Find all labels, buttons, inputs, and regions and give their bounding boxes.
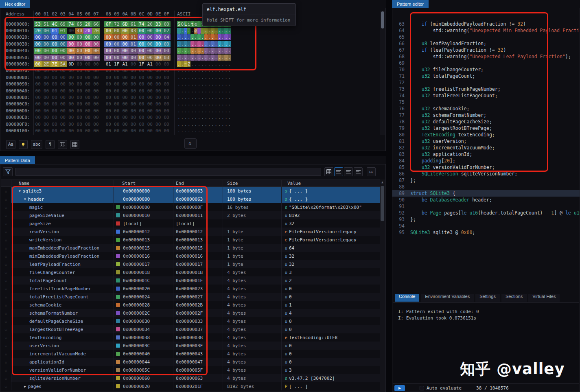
hex-byte[interactable]: 00 [59, 121, 67, 127]
pattern-row-incrementalVacuumMode[interactable]: incrementalVacuumMode0x000000400x0000004… [1, 350, 380, 358]
ascii-char[interactable]: . [181, 68, 184, 74]
pattern-editor-tab[interactable]: Pattern editor [392, 0, 429, 8]
ascii-char[interactable]: . [228, 121, 231, 127]
ascii-char[interactable]: . [214, 81, 218, 87]
ascii-char[interactable]: . [224, 68, 228, 74]
ascii-char[interactable]: . [187, 94, 190, 101]
ascii-char[interactable]: . [208, 114, 211, 120]
hex-byte[interactable]: 00 [34, 74, 42, 81]
hex-byte[interactable]: 00 [67, 74, 75, 81]
ascii-char[interactable]: . [197, 74, 201, 81]
ascii-char[interactable]: . [218, 34, 221, 40]
hex-byte[interactable]: 00 [83, 94, 92, 101]
hex-byte[interactable]: 00 [75, 128, 83, 134]
hex-byte[interactable]: 00 [92, 55, 100, 61]
ascii-char[interactable]: . [181, 101, 184, 107]
ascii-char[interactable]: . [221, 48, 224, 54]
hex-byte[interactable]: 00 [104, 74, 112, 81]
ascii-char[interactable]: . [201, 114, 204, 120]
pattern-row-maxEmbeddedPayloadFraction[interactable]: maxEmbeddedPayloadFraction0x000000150x00… [1, 244, 380, 252]
hex-byte[interactable]: 00 [154, 108, 162, 114]
hex-byte[interactable]: 00 [50, 81, 59, 87]
ascii-char[interactable]: . [190, 34, 194, 40]
hex-byte[interactable]: 00 [104, 81, 112, 87]
hex-byte[interactable]: 00 [83, 48, 92, 54]
ascii-char[interactable]: . [194, 74, 197, 81]
ascii-char[interactable]: . [190, 94, 194, 101]
hex-byte[interactable]: 00 [154, 114, 162, 120]
code-line-80[interactable]: 80 TextEncoding textEncoding; [392, 131, 580, 138]
hex-byte[interactable]: 00 [67, 68, 75, 74]
pattern-row-totalFreeListPageCount[interactable]: totalFreeListPageCount0x000000240x000000… [1, 293, 380, 301]
hex-byte[interactable]: 00 [154, 128, 162, 134]
hex-byte[interactable]: 00 [92, 88, 100, 94]
ascii-char[interactable]: . [208, 94, 211, 101]
hex-byte[interactable]: 00 [92, 101, 100, 107]
ascii-char[interactable]: . [187, 48, 190, 54]
hex-byte[interactable]: 00 [121, 108, 129, 114]
ascii-char[interactable]: . [204, 128, 208, 134]
hex-byte[interactable]: 00 [59, 108, 67, 114]
hex-byte[interactable]: 00 [129, 108, 137, 114]
ascii-char[interactable]: . [218, 48, 221, 54]
hex-byte[interactable]: 00 [104, 108, 112, 114]
ascii-char[interactable]: . [211, 81, 214, 87]
ascii-char[interactable]: . [181, 81, 184, 87]
hex-byte[interactable]: 00 [113, 55, 121, 61]
hex-byte[interactable]: 00 [129, 68, 137, 74]
ascii-char[interactable]: . [184, 88, 187, 94]
code-line-88[interactable]: 88 [392, 184, 580, 190]
ascii-char[interactable]: . [228, 94, 231, 101]
tab-environment-variables[interactable]: Environment Variables [421, 294, 474, 302]
hex-byte[interactable]: 00 [162, 21, 171, 27]
hex-byte[interactable]: 03 [162, 55, 171, 61]
hex-byte[interactable]: 00 [75, 88, 83, 94]
hex-byte[interactable]: 00 [50, 41, 59, 47]
ascii-char[interactable]: . [177, 108, 180, 114]
ascii-char[interactable]: . [228, 88, 231, 94]
ascii-char[interactable]: . [211, 68, 214, 74]
pattern-data-tab[interactable]: Pattern Data [0, 156, 35, 164]
hex-byte[interactable]: 00 [104, 68, 112, 74]
hex-byte[interactable]: 00 [154, 81, 162, 87]
ascii-char[interactable]: . [177, 121, 180, 127]
ascii-char[interactable]: . [197, 34, 201, 40]
hex-byte[interactable]: 20 [83, 28, 92, 34]
ascii-char[interactable]: . [184, 108, 187, 114]
hex-byte[interactable]: 00 [146, 41, 154, 47]
hex-byte[interactable]: 00 [138, 128, 146, 134]
hex-byte[interactable]: 00 [121, 114, 129, 120]
ascii-char[interactable]: . [187, 88, 190, 94]
ascii-char[interactable]: . [224, 81, 228, 87]
ascii-char[interactable]: . [197, 94, 201, 101]
ascii-char[interactable]: . [224, 74, 228, 81]
hex-byte[interactable]: 00 [138, 101, 146, 107]
tab-virtual-files[interactable]: Virtual Files [528, 294, 560, 302]
ascii-char[interactable]: . [221, 61, 224, 67]
hex-byte[interactable]: 00 [75, 68, 83, 74]
ascii-char[interactable]: . [181, 41, 184, 47]
ascii-char[interactable]: . [208, 41, 211, 47]
code-line-68[interactable]: 68 std::warning("Unexpected Leaf Payload… [392, 53, 580, 60]
hex-byte[interactable]: 01 [104, 61, 112, 67]
byte-grouping-button[interactable] [70, 140, 79, 149]
hex-byte[interactable]: 00 [162, 81, 171, 87]
ascii-char[interactable]: . [214, 101, 218, 107]
hex-byte[interactable]: 00 [92, 34, 100, 40]
pattern-row-pageSize[interactable]: pageSize[Local][Local]u32 [1, 219, 380, 228]
code-line-77[interactable]: 77 u32 schemaFormatNumber; [392, 112, 580, 118]
ascii-char[interactable]: . [177, 41, 180, 47]
ascii-char[interactable]: . [181, 34, 184, 40]
ascii-char[interactable]: . [228, 68, 231, 74]
favorite-star-icon[interactable] [1, 342, 11, 350]
ascii-char[interactable]: . [187, 101, 190, 107]
ascii-char[interactable]: . [218, 28, 221, 34]
ascii-char[interactable]: . [190, 101, 194, 107]
ascii-char[interactable]: . [204, 108, 208, 114]
ascii-char[interactable]: . [204, 41, 208, 47]
hex-byte[interactable]: 6F [104, 21, 112, 27]
ascii-char[interactable]: . [211, 34, 214, 40]
pattern-row-totalPageCount[interactable]: totalPageCount0x0000001C0x0000001F4 byte… [1, 276, 380, 285]
hex-byte[interactable]: 53 [34, 21, 42, 27]
ascii-char[interactable]: Q [181, 21, 184, 27]
